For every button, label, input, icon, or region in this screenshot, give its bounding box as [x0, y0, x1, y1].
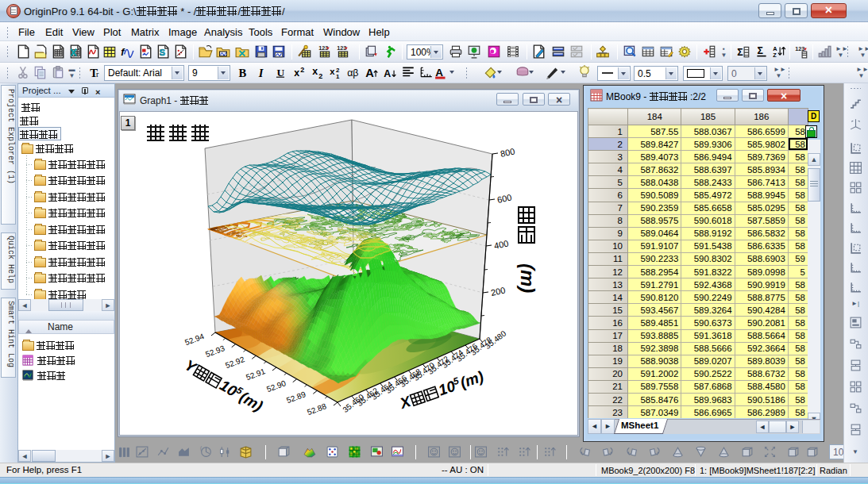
svg-text:(m): (m) — [517, 263, 538, 293]
svg-text:(m): (m) — [458, 367, 486, 390]
svg-text:(: ( — [200, 445, 203, 451]
